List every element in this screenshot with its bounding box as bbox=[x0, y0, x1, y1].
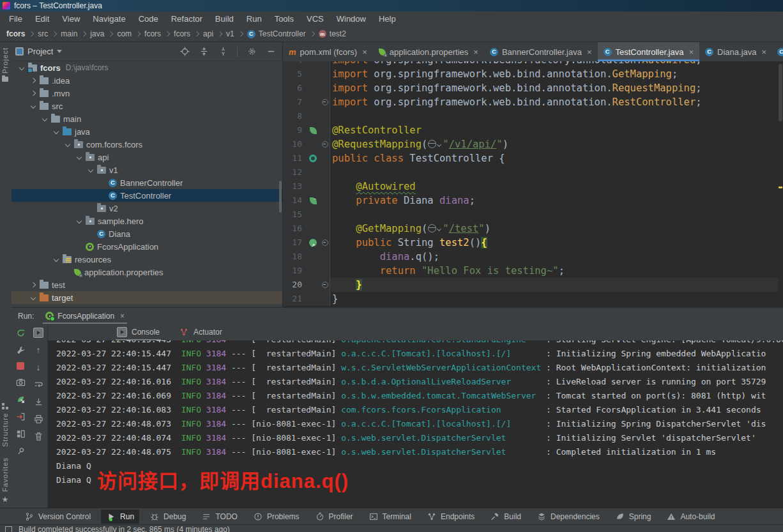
tree-item-v2[interactable]: v2 bbox=[11, 202, 282, 215]
menu-refactor[interactable]: Refactor bbox=[165, 14, 209, 24]
breadcrumb-com[interactable]: com bbox=[117, 29, 132, 38]
chevron-down-icon[interactable] bbox=[28, 101, 38, 111]
close-icon[interactable]: × bbox=[120, 312, 125, 321]
menu-edit[interactable]: Edit bbox=[29, 14, 56, 24]
toolwindow-profiler[interactable]: Profiler bbox=[310, 510, 358, 524]
menu-vcs[interactable]: VCS bbox=[300, 14, 330, 24]
stripe-favorites-button[interactable]: Favorites ★ bbox=[1, 457, 9, 504]
chevron-down-icon[interactable] bbox=[86, 165, 96, 175]
close-icon[interactable]: × bbox=[688, 47, 694, 57]
close-icon[interactable]: × bbox=[587, 47, 592, 57]
close-icon[interactable]: × bbox=[762, 47, 767, 57]
breadcrumb-fcors2[interactable]: fcors bbox=[144, 29, 161, 38]
tree-item-com-fcors-fcors[interactable]: com.fcors.fcors bbox=[11, 138, 282, 151]
autowired-bean-icon[interactable] bbox=[310, 197, 317, 204]
editor-scrollbar[interactable] bbox=[778, 61, 783, 307]
tab-diana[interactable]: C Diana.java × bbox=[699, 42, 772, 61]
chevron-down-icon[interactable] bbox=[28, 293, 38, 303]
menu-navigate[interactable]: Navigate bbox=[86, 14, 132, 24]
menu-tools[interactable]: Tools bbox=[268, 14, 300, 24]
stripe-project-button[interactable]: Project bbox=[1, 47, 9, 82]
tree-scrollbar[interactable] bbox=[279, 181, 282, 213]
locate-icon[interactable] bbox=[179, 47, 190, 57]
expand-all-icon[interactable] bbox=[199, 47, 209, 57]
tree-item-src[interactable]: src bbox=[11, 100, 282, 112]
tree-item-resources[interactable]: resources bbox=[11, 253, 282, 266]
stripe-structure-button[interactable]: Structure bbox=[1, 403, 9, 447]
exit-icon[interactable] bbox=[15, 411, 26, 422]
chevron-down-icon[interactable] bbox=[63, 139, 73, 149]
collapse-all-icon[interactable] bbox=[218, 47, 228, 57]
tree-item-fcors-root[interactable]: fcors D:\java\fcors bbox=[11, 61, 282, 74]
tree-item-mvn[interactable]: .mvn bbox=[11, 87, 282, 100]
breadcrumb-fcors[interactable]: fcors bbox=[6, 29, 25, 38]
chevron-right-icon[interactable] bbox=[28, 88, 38, 98]
close-icon[interactable]: × bbox=[473, 47, 478, 57]
hide-panel-icon[interactable] bbox=[266, 47, 276, 57]
tree-item-java[interactable]: java bbox=[11, 125, 282, 138]
toolwindow-version-control[interactable]: Version Control bbox=[19, 510, 96, 524]
breadcrumb-test2[interactable]: mtest2 bbox=[319, 29, 346, 38]
toolwindow-debug[interactable]: Debug bbox=[144, 510, 191, 524]
scrollbar-thumb[interactable] bbox=[779, 64, 782, 121]
spring-boot-bean-icon[interactable] bbox=[309, 155, 317, 162]
chevron-down-icon[interactable] bbox=[74, 216, 84, 226]
print-icon[interactable] bbox=[33, 414, 43, 424]
chevron-down-icon[interactable] bbox=[17, 63, 27, 73]
layout-icon[interactable] bbox=[15, 429, 26, 439]
menu-code[interactable]: Code bbox=[132, 14, 165, 24]
tree-item-idea[interactable]: .idea bbox=[11, 74, 282, 87]
tab-actuator[interactable]: Actuator bbox=[178, 324, 224, 340]
gear-icon[interactable] bbox=[247, 47, 257, 57]
close-icon[interactable]: × bbox=[362, 47, 367, 57]
menu-run[interactable]: Run bbox=[240, 14, 268, 24]
trash-icon[interactable] bbox=[33, 431, 43, 441]
request-mapping-icon[interactable] bbox=[309, 239, 317, 247]
chevron-down-icon[interactable] bbox=[40, 114, 50, 124]
tab-console[interactable]: Console bbox=[116, 324, 161, 340]
down-stacktrace-icon[interactable]: ↓ bbox=[36, 362, 41, 372]
pin-icon[interactable] bbox=[15, 446, 26, 456]
warning-stripe-mark[interactable] bbox=[779, 186, 782, 188]
camera-icon[interactable] bbox=[15, 377, 26, 387]
breadcrumb-v1[interactable]: v1 bbox=[226, 29, 234, 38]
breadcrumb-main[interactable]: main bbox=[61, 29, 77, 38]
tree-item-test[interactable]: test bbox=[11, 278, 282, 291]
breadcrumb-fcors3[interactable]: fcors bbox=[174, 29, 190, 38]
rerun-icon[interactable] bbox=[15, 328, 26, 338]
fold-marker-icon[interactable] bbox=[322, 99, 328, 105]
tree-item-main[interactable]: main bbox=[11, 112, 282, 125]
code-area[interactable]: 4import org.springframework.beans.factor… bbox=[283, 61, 778, 307]
breadcrumb-testcontroller[interactable]: CTestController bbox=[247, 29, 306, 38]
tab-application-properties[interactable]: application.properties × bbox=[373, 42, 484, 61]
tree-item-application-properties[interactable]: application.properties bbox=[11, 266, 282, 278]
toolwindow-problems[interactable]: Problems bbox=[248, 510, 305, 524]
edit-configuration-icon[interactable] bbox=[15, 345, 26, 355]
chevron-down-icon[interactable] bbox=[51, 254, 61, 264]
menu-help[interactable]: Help bbox=[372, 14, 402, 24]
chevron-down-icon[interactable] bbox=[74, 152, 84, 162]
breadcrumb-api[interactable]: api bbox=[203, 29, 213, 38]
toolwindow-build[interactable]: Build bbox=[485, 510, 526, 524]
toolwindow-endpoints[interactable]: Endpoints bbox=[422, 510, 480, 524]
project-view-selector[interactable]: Project bbox=[15, 47, 62, 56]
tab-bannercontroller[interactable]: C BannerController.java × bbox=[484, 42, 598, 61]
tree-item-target[interactable]: target bbox=[11, 291, 282, 304]
run-configuration-tab[interactable]: FcorsApplication × bbox=[43, 308, 127, 324]
toolwindow-auto-build[interactable]: Auto-build bbox=[661, 510, 720, 524]
scroll-to-end-icon[interactable] bbox=[33, 397, 43, 407]
stop-icon[interactable] bbox=[17, 362, 24, 370]
tree-item-api[interactable]: api bbox=[11, 151, 282, 163]
toolwindow-dependencies[interactable]: Dependencies bbox=[531, 510, 605, 524]
chevron-right-icon[interactable] bbox=[28, 75, 38, 86]
console-icon[interactable] bbox=[33, 328, 43, 338]
menu-view[interactable]: View bbox=[56, 14, 86, 24]
tree-item-diana[interactable]: C Diana bbox=[11, 227, 282, 240]
spring-bean-icon[interactable] bbox=[310, 127, 317, 134]
tree-item-v1[interactable]: v1 bbox=[11, 163, 282, 176]
toolwindow-run[interactable]: Run bbox=[101, 510, 139, 524]
toolwindow-spring[interactable]: Spring bbox=[610, 510, 657, 524]
fold-marker-icon[interactable] bbox=[322, 141, 328, 148]
breadcrumb-src[interactable]: src bbox=[38, 29, 48, 38]
fold-end-marker-icon[interactable] bbox=[322, 282, 328, 288]
